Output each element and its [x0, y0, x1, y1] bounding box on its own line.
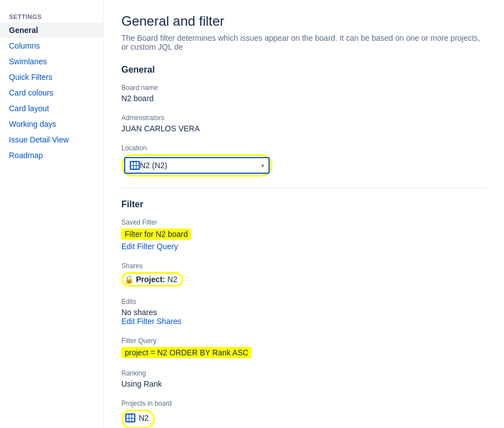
- sidebar-item-roadmap[interactable]: Roadmap: [0, 148, 103, 163]
- edit-filter-query-link[interactable]: Edit Filter Query: [121, 242, 178, 251]
- project-board-icon: [125, 413, 135, 422]
- filter-query-value: project = N2 ORDER BY Rank ASC: [121, 347, 252, 358]
- sidebar-item-general[interactable]: General: [0, 22, 103, 38]
- location-oval-highlight: N2 (N2) ▾: [121, 154, 272, 177]
- sidebar-item-swimlanes[interactable]: Swimlanes: [0, 54, 103, 69]
- edit-filter-shares-link[interactable]: Edit Filter Shares: [121, 317, 181, 326]
- administrators-field: Administrators JUAN CARLOS VERA: [121, 114, 486, 133]
- location-board-icon: [130, 161, 140, 170]
- administrators-label: Administrators: [121, 114, 486, 122]
- location-field: Location N2 (N2) ▾: [121, 144, 486, 177]
- lock-icon: 🔒: [124, 275, 134, 284]
- projects-oval-highlight: N2: [121, 410, 155, 428]
- saved-filter-field: Saved Filter Filter for N2 board Edit Fi…: [121, 218, 486, 251]
- page-title: General and filter: [121, 13, 486, 29]
- divider: [121, 188, 486, 188]
- board-name-label: Board name: [121, 84, 486, 92]
- project-name: N2: [139, 413, 149, 422]
- page-description: The Board filter determines which issues…: [121, 34, 486, 51]
- board-name-value: N2 board: [121, 94, 486, 103]
- saved-filter-value: Filter for N2 board: [121, 229, 191, 240]
- location-value: N2 (N2): [140, 161, 264, 170]
- filter-query-label: Filter Query: [121, 337, 486, 345]
- location-select[interactable]: N2 (N2) ▾: [124, 157, 270, 174]
- sidebar-item-quick-filters[interactable]: Quick Filters: [0, 69, 103, 85]
- main-content: General and filter The Board filter dete…: [103, 0, 504, 428]
- sidebar-item-issue-detail-view[interactable]: Issue Detail View: [0, 132, 103, 148]
- administrators-value: JUAN CARLOS VERA: [121, 124, 486, 133]
- projects-in-board-field: Projects in board N2 View permission: [121, 400, 486, 428]
- saved-filter-label: Saved Filter: [121, 218, 486, 226]
- sidebar-item-card-colours[interactable]: Card colours: [0, 85, 103, 101]
- shares-project-value: N2: [167, 275, 177, 284]
- ranking-label: Ranking: [121, 369, 486, 377]
- ranking-field: Ranking Using Rank: [121, 369, 486, 388]
- sidebar-settings-heading: SETTINGS: [0, 9, 103, 22]
- shares-oval-highlight: 🔒 Project: N2: [121, 272, 183, 287]
- location-label: Location: [121, 144, 486, 152]
- filter-query-field: Filter Query project = N2 ORDER BY Rank …: [121, 337, 486, 358]
- sidebar-item-card-layout[interactable]: Card layout: [0, 101, 103, 116]
- shares-label: Shares: [121, 262, 486, 270]
- general-section-title: General: [121, 65, 486, 75]
- filter-section-title: Filter: [121, 199, 486, 210]
- sidebar-item-columns[interactable]: Columns: [0, 38, 103, 54]
- ranking-value: Using Rank: [121, 379, 486, 388]
- board-name-field: Board name N2 board: [121, 84, 486, 103]
- shares-project-label: Project:: [136, 275, 165, 284]
- edits-field: Edits No shares Edit Filter Shares: [121, 298, 486, 326]
- projects-in-board-label: Projects in board: [121, 400, 486, 407]
- edits-value: No shares: [121, 308, 486, 317]
- sidebar-item-working-days[interactable]: Working days: [0, 116, 103, 132]
- edits-label: Edits: [121, 298, 486, 306]
- project-row: N2: [125, 413, 149, 422]
- shares-field: Shares 🔒 Project: N2: [121, 262, 486, 287]
- sidebar: SETTINGS General Columns Swimlanes Quick…: [0, 0, 103, 428]
- shares-value: 🔒 Project: N2: [124, 275, 177, 284]
